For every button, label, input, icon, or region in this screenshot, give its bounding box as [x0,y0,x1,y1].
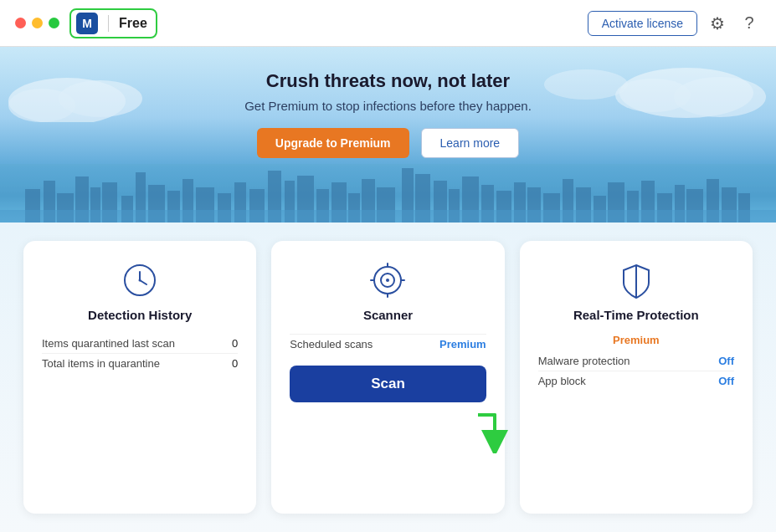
logo-divider [108,15,109,32]
rtp-premium-badge: Premium [538,334,734,346]
row-label: App block [538,375,586,387]
row-value: 0 [232,337,238,350]
settings-icon[interactable]: ⚙ [706,12,729,35]
activate-license-button[interactable]: Activate license [588,11,697,36]
detection-history-icon [42,261,238,299]
rtp-icon [538,261,734,299]
svg-point-64 [386,279,389,282]
minimize-button[interactable] [32,18,43,28]
row-value: Off [718,355,734,367]
svg-point-57 [139,279,141,282]
row-label: Malware protection [538,355,630,367]
rtp-title: Real-Time Protection [538,308,734,322]
clouds-decoration [0,55,776,122]
svg-point-6 [544,69,628,100]
skyline-decoration [0,164,776,223]
table-row: Items quarantined last scan 0 [42,334,238,353]
upgrade-to-premium-button[interactable]: Upgrade to Premium [257,128,409,158]
titlebar: M Free Activate license ⚙ ? [0,0,776,47]
titlebar-left: M Free [15,8,157,38]
arrow-indicator [478,408,523,457]
green-arrow-icon [478,408,523,453]
learn-more-button[interactable]: Learn more [421,128,520,158]
row-value: Off [718,375,734,387]
scan-button[interactable]: Scan [290,366,486,402]
detection-history-title: Detection History [42,308,238,322]
close-button[interactable] [15,18,26,28]
row-label: Items quarantined last scan [42,337,175,350]
hero-banner: Crush threats now, not later Get Premium… [0,47,776,223]
maximize-button[interactable] [49,18,59,28]
scheduled-scans-row: Scheduled scans Premium [290,334,486,354]
svg-point-2 [59,80,142,117]
detection-history-card: Detection History Items quarantined last… [23,241,256,514]
svg-rect-53 [0,210,776,223]
scheduled-label: Scheduled scans [290,338,373,350]
row-value: 0 [232,357,238,370]
table-row: Total items in quarantine 0 [42,353,238,373]
table-row: Malware protection Off [538,351,734,371]
titlebar-right: Activate license ⚙ ? [588,11,761,36]
logo-area: M Free [69,8,157,38]
hero-buttons: Upgrade to Premium Learn more [17,128,759,158]
table-row: App block Off [538,371,734,391]
real-time-protection-card: Real-Time Protection Premium Malware pro… [520,241,753,514]
app-logo: M [76,13,98,34]
scanner-title: Scanner [290,308,486,322]
traffic-lights [15,18,59,28]
scheduled-value[interactable]: Premium [439,338,486,350]
detection-history-rows: Items quarantined last scan 0 Total item… [42,334,238,497]
main-content: Detection History Items quarantined last… [0,223,776,532]
rtp-rows: Malware protection Off App block Off [538,351,734,497]
scanner-icon [290,261,486,299]
scanner-card: Scanner Scheduled scans Premium Scan [271,241,504,514]
free-label: Free [119,16,147,31]
row-label: Total items in quarantine [42,357,160,370]
help-icon[interactable]: ? [737,12,761,35]
